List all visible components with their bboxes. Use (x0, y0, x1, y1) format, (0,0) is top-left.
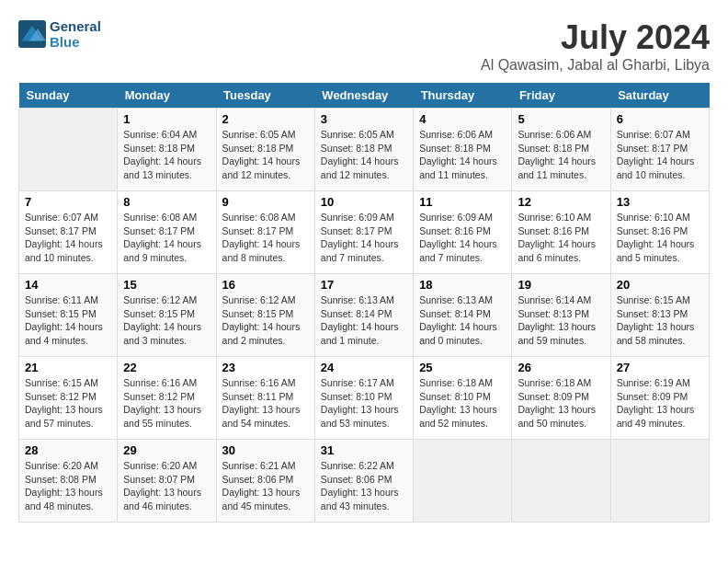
day-number: 8 (123, 195, 210, 209)
calendar-day: 9Sunrise: 6:08 AM Sunset: 8:17 PM Daylig… (216, 191, 314, 274)
day-number: 30 (222, 443, 309, 457)
calendar-week-row: 21Sunrise: 6:15 AM Sunset: 8:12 PM Dayli… (19, 357, 710, 440)
day-info: Sunrise: 6:09 AM Sunset: 8:17 PM Dayligh… (321, 211, 407, 265)
day-info: Sunrise: 6:11 AM Sunset: 8:15 PM Dayligh… (25, 293, 111, 348)
calendar-day: 27Sunrise: 6:19 AM Sunset: 8:09 PM Dayli… (610, 357, 709, 440)
day-number: 25 (419, 361, 506, 374)
location: Al Qawasim, Jabal al Gharbi, Libya (481, 57, 710, 74)
day-number: 3 (321, 112, 407, 126)
day-number: 20 (617, 278, 703, 292)
calendar-week-row: 14Sunrise: 6:11 AM Sunset: 8:15 PM Dayli… (19, 274, 710, 357)
calendar-header: SundayMondayTuesdayWednesdayThursdayFrid… (19, 83, 710, 109)
weekday-header: Friday (512, 83, 610, 109)
calendar-day: 11Sunrise: 6:09 AM Sunset: 8:16 PM Dayli… (414, 191, 512, 274)
day-info: Sunrise: 6:12 AM Sunset: 8:15 PM Dayligh… (222, 293, 309, 348)
calendar-day: 8Sunrise: 6:08 AM Sunset: 8:17 PM Daylig… (118, 191, 216, 274)
weekday-header: Tuesday (216, 83, 314, 109)
day-number: 26 (518, 361, 604, 374)
calendar-day: 10Sunrise: 6:09 AM Sunset: 8:17 PM Dayli… (314, 191, 413, 274)
day-info: Sunrise: 6:12 AM Sunset: 8:15 PM Dayligh… (123, 293, 210, 348)
day-info: Sunrise: 6:16 AM Sunset: 8:11 PM Dayligh… (222, 376, 309, 431)
day-info: Sunrise: 6:10 AM Sunset: 8:16 PM Dayligh… (617, 211, 703, 265)
day-info: Sunrise: 6:15 AM Sunset: 8:13 PM Dayligh… (617, 293, 703, 348)
calendar-day: 15Sunrise: 6:12 AM Sunset: 8:15 PM Dayli… (118, 274, 216, 357)
day-number: 5 (518, 112, 604, 126)
logo-text: General Blue (50, 18, 101, 50)
calendar-day-empty (610, 440, 709, 523)
calendar-day: 25Sunrise: 6:18 AM Sunset: 8:10 PM Dayli… (414, 357, 512, 440)
day-number: 28 (25, 443, 111, 457)
day-number: 15 (123, 278, 210, 292)
calendar-day: 14Sunrise: 6:11 AM Sunset: 8:15 PM Dayli… (19, 274, 118, 357)
day-info: Sunrise: 6:13 AM Sunset: 8:14 PM Dayligh… (419, 293, 506, 348)
calendar-day-empty (512, 440, 610, 523)
day-info: Sunrise: 6:21 AM Sunset: 8:06 PM Dayligh… (222, 459, 309, 513)
day-number: 16 (222, 278, 309, 292)
day-info: Sunrise: 6:20 AM Sunset: 8:08 PM Dayligh… (25, 459, 111, 513)
day-info: Sunrise: 6:10 AM Sunset: 8:16 PM Dayligh… (518, 211, 604, 265)
weekday-header: Monday (118, 83, 216, 109)
calendar-day: 17Sunrise: 6:13 AM Sunset: 8:14 PM Dayli… (314, 274, 413, 357)
day-number: 1 (123, 112, 210, 126)
weekday-header: Sunday (19, 83, 118, 109)
day-info: Sunrise: 6:09 AM Sunset: 8:16 PM Dayligh… (419, 211, 506, 265)
calendar-day: 19Sunrise: 6:14 AM Sunset: 8:13 PM Dayli… (512, 274, 610, 357)
day-number: 13 (617, 195, 703, 209)
calendar-day: 2Sunrise: 6:05 AM Sunset: 8:18 PM Daylig… (216, 109, 314, 191)
calendar-day: 5Sunrise: 6:06 AM Sunset: 8:18 PM Daylig… (512, 109, 610, 191)
day-number: 2 (222, 112, 309, 126)
day-number: 12 (518, 195, 604, 209)
calendar-day: 12Sunrise: 6:10 AM Sunset: 8:16 PM Dayli… (512, 191, 610, 274)
day-info: Sunrise: 6:16 AM Sunset: 8:12 PM Dayligh… (123, 376, 210, 431)
day-number: 21 (25, 361, 111, 374)
calendar-table: SundayMondayTuesdayWednesdayThursdayFrid… (18, 83, 710, 523)
day-info: Sunrise: 6:13 AM Sunset: 8:14 PM Dayligh… (321, 293, 407, 348)
day-info: Sunrise: 6:07 AM Sunset: 8:17 PM Dayligh… (25, 211, 111, 265)
calendar-day: 21Sunrise: 6:15 AM Sunset: 8:12 PM Dayli… (19, 357, 118, 440)
calendar-day: 18Sunrise: 6:13 AM Sunset: 8:14 PM Dayli… (414, 274, 512, 357)
calendar-day: 1Sunrise: 6:04 AM Sunset: 8:18 PM Daylig… (118, 109, 216, 191)
calendar-day: 22Sunrise: 6:16 AM Sunset: 8:12 PM Dayli… (118, 357, 216, 440)
day-number: 10 (321, 195, 407, 209)
day-number: 24 (321, 361, 407, 374)
day-info: Sunrise: 6:22 AM Sunset: 8:06 PM Dayligh… (321, 459, 407, 513)
weekday-header: Thursday (414, 83, 512, 109)
calendar-day: 30Sunrise: 6:21 AM Sunset: 8:06 PM Dayli… (216, 440, 314, 523)
day-info: Sunrise: 6:20 AM Sunset: 8:07 PM Dayligh… (123, 459, 210, 513)
day-info: Sunrise: 6:06 AM Sunset: 8:18 PM Dayligh… (419, 128, 506, 182)
calendar-day: 28Sunrise: 6:20 AM Sunset: 8:08 PM Dayli… (19, 440, 118, 523)
day-number: 22 (123, 361, 210, 374)
day-number: 7 (25, 195, 111, 209)
calendar-day: 3Sunrise: 6:05 AM Sunset: 8:18 PM Daylig… (314, 109, 413, 191)
day-number: 23 (222, 361, 309, 374)
weekday-header: Wednesday (314, 83, 413, 109)
calendar-day: 6Sunrise: 6:07 AM Sunset: 8:17 PM Daylig… (610, 109, 709, 191)
day-info: Sunrise: 6:19 AM Sunset: 8:09 PM Dayligh… (617, 376, 703, 431)
calendar-day: 20Sunrise: 6:15 AM Sunset: 8:13 PM Dayli… (610, 274, 709, 357)
day-info: Sunrise: 6:15 AM Sunset: 8:12 PM Dayligh… (25, 376, 111, 431)
day-number: 29 (123, 443, 210, 457)
day-number: 14 (25, 278, 111, 292)
day-number: 19 (518, 278, 604, 292)
day-info: Sunrise: 6:08 AM Sunset: 8:17 PM Dayligh… (123, 211, 210, 265)
day-info: Sunrise: 6:05 AM Sunset: 8:18 PM Dayligh… (321, 128, 407, 182)
calendar-week-row: 1Sunrise: 6:04 AM Sunset: 8:18 PM Daylig… (19, 109, 710, 191)
calendar-day: 4Sunrise: 6:06 AM Sunset: 8:18 PM Daylig… (414, 109, 512, 191)
calendar-week-row: 7Sunrise: 6:07 AM Sunset: 8:17 PM Daylig… (19, 191, 710, 274)
calendar-day: 23Sunrise: 6:16 AM Sunset: 8:11 PM Dayli… (216, 357, 314, 440)
day-number: 17 (321, 278, 407, 292)
calendar-day: 13Sunrise: 6:10 AM Sunset: 8:16 PM Dayli… (610, 191, 709, 274)
calendar-day: 31Sunrise: 6:22 AM Sunset: 8:06 PM Dayli… (314, 440, 413, 523)
day-number: 9 (222, 195, 309, 209)
day-info: Sunrise: 6:06 AM Sunset: 8:18 PM Dayligh… (518, 128, 604, 182)
day-number: 6 (617, 112, 703, 126)
day-info: Sunrise: 6:05 AM Sunset: 8:18 PM Dayligh… (222, 128, 309, 182)
calendar-week-row: 28Sunrise: 6:20 AM Sunset: 8:08 PM Dayli… (19, 440, 710, 523)
calendar-day: 7Sunrise: 6:07 AM Sunset: 8:17 PM Daylig… (19, 191, 118, 274)
day-number: 4 (419, 112, 506, 126)
day-info: Sunrise: 6:18 AM Sunset: 8:09 PM Dayligh… (518, 376, 604, 431)
day-number: 31 (321, 443, 407, 457)
page-header: General Blue July 2024 Al Qawasim, Jabal… (18, 18, 710, 74)
day-info: Sunrise: 6:18 AM Sunset: 8:10 PM Dayligh… (419, 376, 506, 431)
day-info: Sunrise: 6:07 AM Sunset: 8:17 PM Dayligh… (617, 128, 703, 182)
